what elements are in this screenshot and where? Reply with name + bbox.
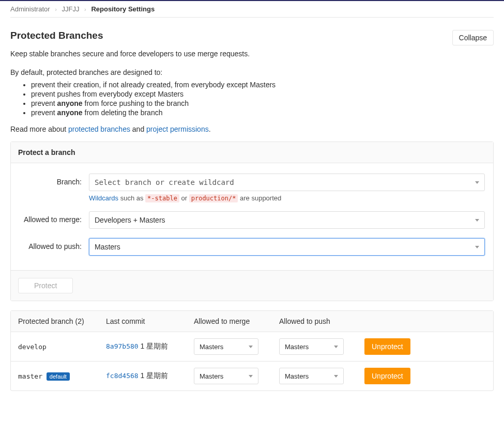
breadcrumb-current: Repository Settings: [91, 5, 155, 13]
wildcard-help: Wildcards such as *-stable or production…: [89, 194, 485, 202]
branch-name: develop: [18, 343, 47, 351]
default-badge: default: [47, 372, 70, 381]
col-header-merge: Allowed to merge: [194, 317, 279, 325]
branch-label: Branch:: [19, 174, 89, 186]
chevron-down-icon: [249, 346, 253, 348]
table-row: master default fc8d4568 1 星期前 Masters Ma…: [11, 362, 493, 390]
rule-item: prevent anyone from force pushing to the…: [31, 99, 494, 107]
breadcrumb-link[interactable]: Administrator: [10, 5, 50, 13]
col-header-push: Allowed to push: [279, 317, 364, 325]
read-more: Read more about protected branches and p…: [10, 125, 494, 133]
table-row: develop 8a97b580 1 星期前 Masters Masters U…: [11, 332, 493, 362]
rule-item: prevent pushes from everybody except Mas…: [31, 90, 494, 98]
allowed-push-select[interactable]: Masters: [89, 238, 485, 256]
chevron-right-icon: ›: [55, 6, 57, 12]
section-lead: Keep stable branches secure and force de…: [10, 50, 494, 58]
branch-name: master: [18, 372, 42, 380]
row-push-select[interactable]: Masters: [279, 368, 344, 384]
table-header-row: Protected branch (2) Last commit Allowed…: [11, 311, 493, 332]
col-header-commit: Last commit: [106, 317, 194, 325]
chevron-down-icon: [475, 246, 479, 248]
rule-item: prevent their creation, if not already c…: [31, 81, 494, 89]
row-merge-select[interactable]: Masters: [194, 338, 258, 355]
design-intro: By default, protected branches are desig…: [10, 68, 494, 76]
allowed-merge-select[interactable]: Developers + Masters: [89, 211, 485, 229]
row-push-select[interactable]: Masters: [279, 338, 344, 355]
protect-button[interactable]: Protect: [18, 278, 73, 293]
protected-branches-link[interactable]: protected branches: [68, 125, 130, 133]
chevron-down-icon: [334, 375, 338, 378]
wildcard-example: *-stable: [145, 194, 179, 202]
wildcards-link[interactable]: Wildcards: [89, 194, 118, 202]
merge-select-value: Developers + Masters: [95, 216, 165, 224]
rule-item: prevent anyone from deleting the branch: [31, 108, 494, 117]
row-merge-select[interactable]: Masters: [194, 368, 258, 384]
page-title: Protected Branches: [10, 30, 103, 41]
breadcrumb-link[interactable]: JJFJJ: [62, 5, 80, 13]
push-label: Allowed to push:: [19, 238, 89, 251]
chevron-right-icon: ›: [84, 6, 86, 12]
branch-select[interactable]: Select branch or create wildcard: [89, 174, 485, 191]
wildcard-example: production/*: [189, 194, 238, 202]
merge-label: Allowed to merge:: [19, 211, 89, 224]
branch-select-value: Select branch or create wildcard: [95, 178, 234, 186]
project-permissions-link[interactable]: project permissions: [146, 125, 209, 133]
commit-time: 1 星期前: [141, 342, 169, 350]
unprotect-button[interactable]: Unprotect: [364, 368, 410, 384]
breadcrumb: Administrator › JJFJJ › Repository Setti…: [10, 1, 494, 18]
commit-hash-link[interactable]: 8a97b580: [106, 342, 139, 350]
unprotect-button[interactable]: Unprotect: [364, 338, 410, 355]
chevron-down-icon: [249, 375, 253, 378]
push-select-value: Masters: [95, 243, 120, 251]
chevron-down-icon: [334, 346, 338, 348]
chevron-down-icon: [475, 219, 479, 222]
rules-list: prevent their creation, if not already c…: [10, 81, 494, 117]
panel-title: Protect a branch: [11, 142, 493, 163]
protect-panel: Protect a branch Branch: Select branch o…: [10, 142, 494, 301]
commit-hash-link[interactable]: fc8d4568: [106, 372, 139, 380]
commit-time: 1 星期前: [141, 371, 169, 380]
chevron-down-icon: [475, 181, 479, 184]
col-header-branch: Protected branch (2): [18, 317, 106, 325]
collapse-button[interactable]: Collapse: [452, 30, 494, 45]
protected-branches-table: Protected branch (2) Last commit Allowed…: [10, 310, 494, 391]
